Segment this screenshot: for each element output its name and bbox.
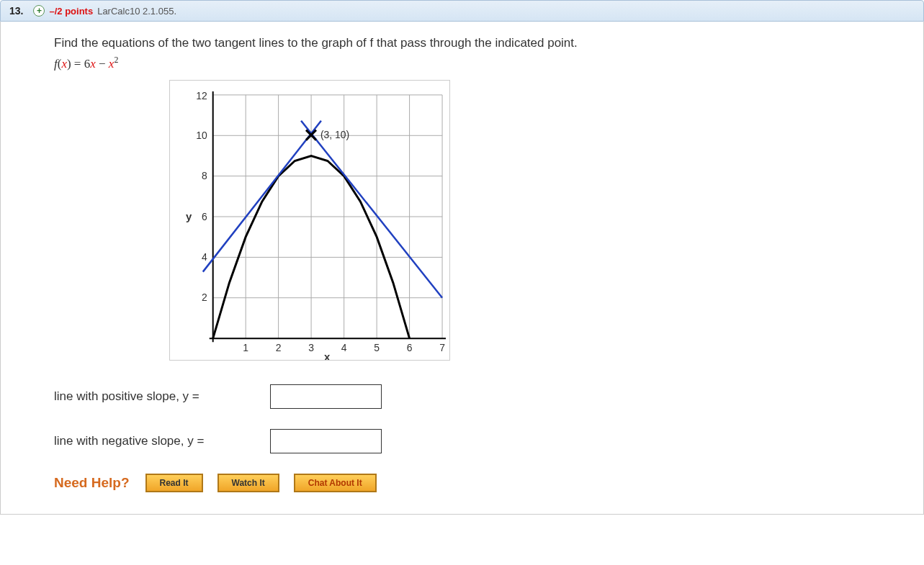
svg-text:2: 2 <box>276 342 282 353</box>
svg-text:3: 3 <box>308 342 314 353</box>
watch-it-button[interactable]: Watch It <box>217 474 279 492</box>
answer-positive-label: line with positive slope, y = <box>54 389 270 404</box>
svg-text:1: 1 <box>243 342 248 353</box>
prompt-text: Find the equations of the two tangent li… <box>54 36 578 50</box>
svg-text:8: 8 <box>202 170 207 181</box>
svg-text:6: 6 <box>202 211 207 222</box>
point-label: (3, 10) <box>320 128 349 140</box>
y-axis-label: y <box>186 210 192 222</box>
func-minus: − <box>96 57 109 71</box>
answer-positive-row: line with positive slope, y = <box>54 384 903 409</box>
question-container: 13. + –/2 points LarCalc10 2.1.055. Find… <box>0 0 924 515</box>
question-body: Find the equations of the two tangent li… <box>0 22 924 515</box>
svg-text:2: 2 <box>202 291 207 303</box>
neg-label-text: line with negative slope, y = <box>54 434 204 448</box>
question-header: 13. + –/2 points LarCalc10 2.1.055. <box>0 0 924 22</box>
x-tick-labels: 1 2 3 4 5 6 7 <box>243 342 445 353</box>
need-help-label: Need Help? <box>54 475 130 491</box>
function-definition: f(x) = 6x − x2 <box>54 55 903 71</box>
chat-about-it-button[interactable]: Chat About It <box>294 474 377 492</box>
svg-text:12: 12 <box>196 90 207 101</box>
pos-label-text: line with positive slope, y = <box>54 389 199 403</box>
svg-text:7: 7 <box>439 342 445 353</box>
read-it-button[interactable]: Read It <box>145 474 203 492</box>
chart-wrapper: (3, 10) 2 4 6 8 10 12 1 2 3 4 5 6 <box>169 80 903 363</box>
positive-slope-input[interactable] <box>270 384 382 409</box>
func-var-x2: x <box>90 57 96 71</box>
lesson-id: LarCalc10 2.1.055. <box>97 6 176 17</box>
svg-text:4: 4 <box>341 342 347 353</box>
expand-icon[interactable]: + <box>33 5 45 17</box>
func-exp: 2 <box>114 55 118 65</box>
negative-slope-input[interactable] <box>270 429 382 453</box>
help-row: Need Help? Read It Watch It Chat About I… <box>54 474 903 492</box>
svg-text:10: 10 <box>196 129 207 140</box>
svg-text:4: 4 <box>202 250 207 262</box>
x-axis-label: x <box>324 351 331 361</box>
tangent-line-positive <box>203 120 321 271</box>
svg-text:5: 5 <box>374 342 380 353</box>
svg-text:6: 6 <box>407 342 413 353</box>
y-tick-labels: 2 4 6 8 10 12 <box>196 90 207 304</box>
graph: (3, 10) 2 4 6 8 10 12 1 2 3 4 5 6 <box>169 80 450 361</box>
points-display: –/2 points <box>49 6 93 17</box>
question-prompt: Find the equations of the two tangent li… <box>54 36 903 50</box>
func-eq: ) = 6 <box>67 57 90 71</box>
question-number: 13. <box>9 5 23 17</box>
answer-negative-row: line with negative slope, y = <box>54 429 903 453</box>
func-var-x1: x <box>61 57 67 71</box>
tangent-line-negative <box>301 120 442 297</box>
answer-negative-label: line with negative slope, y = <box>54 434 270 448</box>
